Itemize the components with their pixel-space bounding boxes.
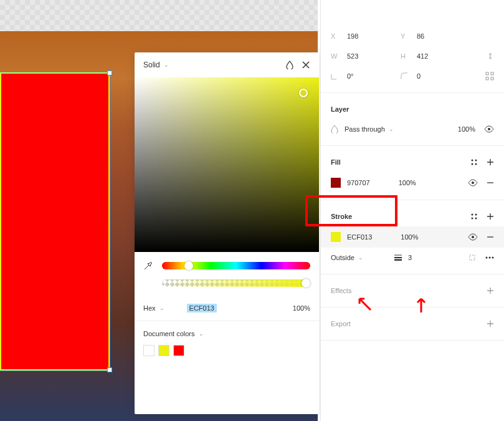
radius-icon: [401, 72, 411, 80]
w-field[interactable]: W523: [331, 52, 401, 60]
blend-mode-icon[interactable]: [285, 60, 294, 69]
visibility-icon[interactable]: [484, 125, 494, 133]
fill-section-title: Fill: [331, 158, 341, 166]
styles-icon[interactable]: [470, 213, 478, 220]
effects-section-title: Effects: [331, 287, 351, 294]
color-type-label: Solid: [143, 60, 160, 69]
swatch-yellow[interactable]: [158, 345, 169, 356]
chevron-down-icon: ⌄: [164, 62, 169, 68]
plus-icon[interactable]: [487, 158, 494, 166]
resize-handle-tr[interactable]: [107, 70, 112, 75]
svg-point-5: [472, 160, 473, 162]
rotation-field[interactable]: 0°: [331, 72, 401, 80]
angle-icon: [331, 72, 341, 80]
color-format-dropdown[interactable]: Hex ⌄: [143, 304, 164, 312]
stroke-width-field[interactable]: 3: [394, 254, 412, 261]
more-icon[interactable]: [485, 256, 494, 259]
swatch-white[interactable]: [143, 345, 155, 356]
hue-slider[interactable]: [162, 262, 310, 269]
export-section-title: Export: [331, 320, 351, 327]
stroke-position-dropdown[interactable]: Outside⌄: [331, 254, 363, 261]
fill-hex-value[interactable]: 970707: [347, 179, 370, 186]
minus-icon[interactable]: [487, 233, 494, 241]
svg-point-19: [486, 257, 488, 259]
alpha-slider[interactable]: [162, 279, 310, 287]
chevron-down-icon: ⌄: [358, 254, 363, 261]
svg-point-11: [475, 214, 477, 216]
stroke-opacity-input[interactable]: 100%: [401, 233, 418, 241]
chevron-down-icon: ⌄: [389, 126, 394, 132]
svg-point-9: [472, 181, 474, 184]
hex-input[interactable]: ECF013: [187, 304, 217, 312]
plus-icon[interactable]: [487, 320, 494, 327]
styles-icon[interactable]: [470, 158, 478, 166]
blend-drop-icon: [331, 125, 338, 133]
fill-opacity-input[interactable]: 100%: [399, 179, 416, 186]
svg-point-21: [492, 257, 494, 259]
color-type-dropdown[interactable]: Solid ⌄: [143, 60, 169, 69]
y-field[interactable]: Y86: [401, 32, 470, 40]
svg-point-20: [489, 257, 491, 259]
svg-point-6: [475, 160, 477, 162]
doc-colors-dropdown[interactable]: Document colors ⌄: [143, 330, 310, 337]
svg-point-12: [472, 218, 473, 220]
svg-point-8: [475, 163, 477, 165]
properties-panel: X198 Y86 W523 H412 0° 0 Layer Pass throu…: [320, 0, 504, 421]
stroke-width-icon: [394, 254, 402, 261]
svg-point-13: [475, 218, 477, 220]
chevron-down-icon: ⌄: [199, 331, 204, 337]
close-icon[interactable]: [302, 60, 310, 69]
blend-mode-dropdown[interactable]: Pass through⌄: [345, 125, 394, 133]
visibility-icon[interactable]: [468, 179, 478, 186]
svg-point-10: [472, 214, 473, 216]
svg-rect-3: [491, 77, 493, 80]
h-field[interactable]: H412: [401, 52, 470, 60]
svg-rect-18: [470, 255, 475, 260]
stroke-per-side-icon[interactable]: [468, 253, 477, 262]
opacity-input[interactable]: 100%: [293, 304, 310, 312]
independent-corners-icon[interactable]: [485, 72, 494, 80]
hex-label: Hex: [143, 304, 156, 312]
eyedropper-icon[interactable]: [143, 261, 153, 271]
svg-point-7: [472, 163, 473, 165]
color-cursor[interactable]: [299, 89, 308, 97]
link-dimensions-icon[interactable]: [487, 52, 494, 60]
stroke-hex-value[interactable]: ECF013: [347, 233, 372, 241]
svg-rect-2: [486, 77, 488, 80]
fill-color-swatch[interactable]: [331, 178, 341, 188]
swatch-red[interactable]: [173, 345, 184, 356]
x-field[interactable]: X198: [331, 32, 401, 40]
stroke-section-title: Stroke: [331, 213, 352, 220]
color-picker-panel: Solid ⌄ Hex ⌄ ECF013 100% Document color…: [135, 52, 319, 414]
chevron-down-icon: ⌄: [159, 305, 164, 311]
svg-rect-1: [491, 72, 493, 75]
hue-thumb[interactable]: [184, 261, 193, 270]
svg-rect-0: [486, 72, 488, 75]
minus-icon[interactable]: [487, 179, 494, 186]
resize-handle-br[interactable]: [107, 367, 112, 372]
radius-field[interactable]: 0: [401, 72, 470, 80]
layer-section-title: Layer: [331, 105, 349, 113]
alpha-thumb[interactable]: [302, 279, 310, 288]
plus-icon[interactable]: [487, 213, 494, 220]
svg-point-14: [472, 236, 474, 238]
selected-rectangle[interactable]: [0, 72, 110, 370]
svg-point-4: [488, 128, 490, 130]
stroke-color-swatch[interactable]: [331, 232, 341, 242]
saturation-value-picker[interactable]: [135, 77, 319, 252]
visibility-icon[interactable]: [468, 233, 478, 241]
plus-icon[interactable]: [487, 287, 494, 294]
doc-colors-label: Document colors: [143, 330, 195, 337]
layer-opacity-input[interactable]: 100%: [458, 125, 475, 133]
